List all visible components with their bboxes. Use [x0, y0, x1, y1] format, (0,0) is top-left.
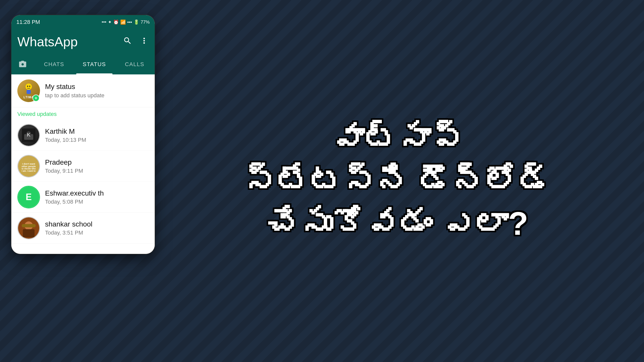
karthik-time: Today, 10:13 PM [45, 137, 149, 143]
pradeep-info: Pradeep Today, 9:11 PM [45, 158, 149, 174]
right-side-overlay: వాట్సాప్ స్టేటస్ని డౌన్లోడ్ చేసుకోవడం ఎల… [151, 0, 644, 362]
status-bar-icons: ••• ✦ ⏰ 📶 ▪▪▪ 🔋 77% [102, 19, 150, 25]
wifi-icon: 📶 [120, 19, 126, 25]
karthik-info: Karthik M Today, 10:13 PM [45, 127, 149, 143]
list-item[interactable]: K Karthik M Today, 10:13 PM [11, 120, 155, 151]
telugu-title-text: వాట్సాప్ స్టేటస్ని డౌన్లోడ్ చేసుకోవడం ఎల… [223, 117, 572, 245]
dots-icon: ••• [102, 20, 106, 25]
svg-point-1 [27, 86, 28, 87]
add-status-badge[interactable]: + [32, 95, 39, 102]
bluetooth-icon: ✦ [108, 19, 112, 25]
karthik-avatar: K [17, 124, 40, 147]
eshwar-avatar: E [17, 186, 40, 208]
my-status-item[interactable]: LTIMA + My status tap to add status upda… [11, 74, 155, 107]
svg-text:K: K [27, 132, 31, 138]
my-status-info: My status tap to add status update [45, 83, 149, 99]
svg-rect-3 [27, 90, 31, 94]
shankar-avatar [17, 217, 40, 239]
shankar-time: Today, 3:51 PM [45, 230, 149, 236]
svg-point-2 [29, 86, 30, 87]
shankar-name: shankar school [45, 220, 149, 228]
more-options-icon[interactable] [140, 36, 149, 48]
battery-icon: 🔋 [134, 19, 139, 25]
svg-rect-16 [22, 224, 36, 227]
shankar-info: shankar school Today, 3:51 PM [45, 220, 149, 236]
my-status-avatar-wrapper: LTIMA + [17, 79, 40, 102]
my-status-subtitle: tap to add status update [45, 92, 149, 99]
eshwar-info: Eshwar.executiv th Today, 5:08 PM [45, 189, 149, 205]
tab-chats[interactable]: CHATS [34, 54, 74, 74]
tab-status[interactable]: STATUS [74, 54, 114, 74]
list-item[interactable]: I don't want other people to decide who … [11, 151, 155, 182]
tabs-bar: CHATS STATUS CALLS [11, 54, 155, 74]
app-title: WhatsApp [17, 34, 78, 49]
status-bar: 11:28 PM ••• ✦ ⏰ 📶 ▪▪▪ 🔋 77% [11, 15, 155, 29]
svg-rect-15 [23, 229, 35, 238]
alarm-icon: ⏰ [113, 19, 119, 25]
content-area: LTIMA + My status tap to add status upda… [11, 74, 155, 254]
pradeep-name: Pradeep [45, 158, 149, 166]
eshwar-name: Eshwar.executiv th [45, 189, 149, 197]
svg-point-0 [26, 83, 32, 90]
karthik-name: Karthik M [45, 127, 149, 135]
signal-icon: ▪▪▪ [127, 20, 132, 25]
viewed-updates-label: Viewed updates [11, 107, 155, 120]
eshwar-time: Today, 5:08 PM [45, 199, 149, 205]
pradeep-time: Today, 9:11 PM [45, 168, 149, 174]
svg-text:I am. I want to: I am. I want to [22, 170, 35, 172]
tab-camera[interactable] [11, 54, 34, 74]
header-icons [123, 36, 149, 48]
tab-calls[interactable]: CALLS [114, 54, 155, 74]
phone-mockup: 11:28 PM ••• ✦ ⏰ 📶 ▪▪▪ 🔋 77% WhatsApp [11, 15, 155, 254]
status-bar-time: 11:28 PM [16, 19, 40, 25]
my-status-name: My status [45, 83, 149, 91]
svg-text:I don't want: I don't want [22, 163, 35, 165]
search-icon[interactable] [123, 36, 132, 48]
list-item[interactable]: shankar school Today, 3:51 PM [11, 213, 155, 244]
app-header: WhatsApp [11, 29, 155, 54]
list-item[interactable]: E Eshwar.executiv th Today, 5:08 PM [11, 182, 155, 213]
battery-percent: 77% [141, 20, 150, 25]
pradeep-avatar: I don't want other people to decide who … [17, 155, 40, 177]
